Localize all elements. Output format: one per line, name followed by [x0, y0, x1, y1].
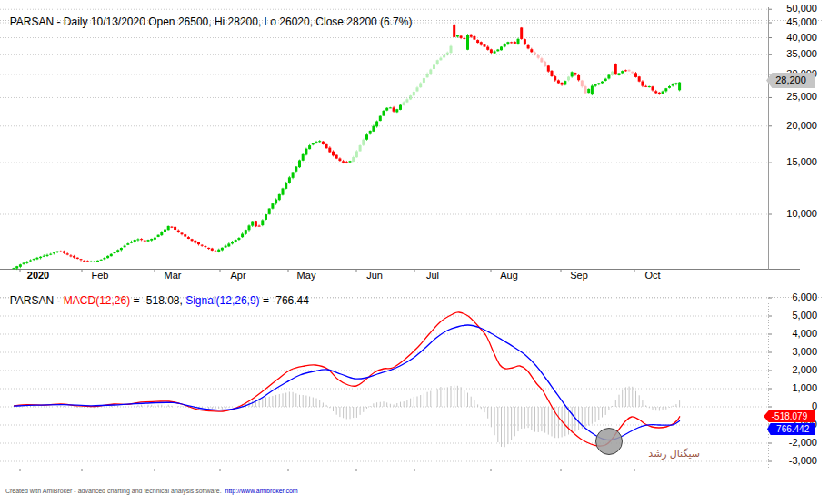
candlestick-series: [13, 24, 682, 270]
time-axis-tick-label: Jun: [366, 270, 383, 281]
last-price-tag: 28,200: [766, 73, 815, 88]
time-axis-tick-label: Mar: [165, 270, 182, 281]
signal-label: Signal(12,26,9): [185, 294, 259, 307]
macd-axis-tick-label: -3,000: [772, 455, 817, 466]
time-axis-tick-label: Feb: [92, 270, 109, 281]
price-axis-tick-label: 15,000: [772, 156, 817, 167]
macd-value: = -518.08,: [130, 294, 185, 307]
time-axis-tick-label: Aug: [500, 270, 518, 281]
price-axis-tick-label: 20,000: [772, 120, 817, 131]
signal-value: = -766.44: [260, 294, 309, 307]
time-axis-tick-label: Apr: [230, 270, 245, 281]
macd-pane-title: PARSAN - MACD(12,26) = -518.08, Signal(1…: [4, 282, 309, 307]
price-axis-tick-label: 40,000: [772, 32, 817, 43]
macd-axis-tick-label: 5,000: [772, 310, 817, 321]
macd-axis-tick-label: -2,000: [772, 437, 817, 448]
macd-value-tag: -518.079: [764, 410, 815, 422]
price-axis-tick-label: 50,000: [772, 3, 817, 14]
macd-axis-tick-label: 0: [772, 400, 817, 411]
price-title-text: PARSAN - Daily 10/13/2020 Open 26500, Hi…: [10, 15, 413, 28]
macd-axis-tick-label: 6,000: [772, 292, 817, 302]
time-axis-tick-label: Sep: [570, 270, 588, 281]
macd-label: MACD(12,26): [64, 294, 130, 307]
time-axis-tick-label: May: [297, 270, 316, 281]
macd-line: [14, 312, 680, 446]
chart-plot-area[interactable]: [0, 0, 829, 504]
price-pane-title: PARSAN - Daily 10/13/2020 Open 26500, Hi…: [4, 3, 412, 28]
amibroker-window: { "price_pane": { "title": "PARSAN - Dai…: [0, 0, 829, 504]
growth-signal-annotation: سیگنال رشد: [649, 448, 700, 460]
macd-axis-tick-label: 4,000: [772, 328, 817, 339]
macd-title-prefix: PARSAN -: [10, 294, 64, 307]
signal-value-tag: -766.442: [767, 423, 815, 435]
credit-text: Created with AmiBroker - advanced charti…: [5, 488, 225, 494]
amibroker-credit: Created with AmiBroker - advanced charti…: [2, 481, 298, 494]
time-axis-tick-label: Jul: [426, 270, 439, 281]
price-axis-tick-label: 10,000: [772, 208, 817, 219]
crossover-circle-marker: [596, 429, 623, 455]
macd-axis-tick-label: 1,000: [772, 382, 817, 393]
amibroker-link[interactable]: http://www.amibroker.com: [225, 488, 298, 494]
macd-axis-tick-label: 3,000: [772, 346, 817, 357]
price-axis-tick-label: 25,000: [772, 91, 817, 102]
time-axis-tick-label: 2020: [27, 270, 49, 281]
signal-line: [14, 325, 680, 440]
price-axis-tick-label: 45,000: [772, 16, 817, 27]
macd-axis-tick-label: 2,000: [772, 364, 817, 375]
price-axis-tick-label: 35,000: [772, 48, 817, 59]
time-axis-tick-label: Oct: [644, 270, 660, 281]
